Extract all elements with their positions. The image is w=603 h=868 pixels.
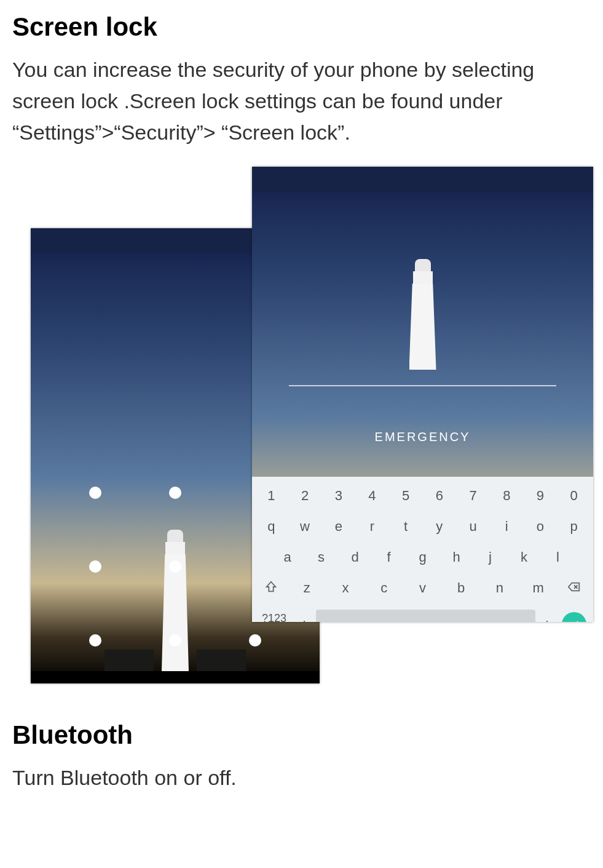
shift-icon xyxy=(264,580,278,597)
symbols-key[interactable]: ?123 xyxy=(256,607,293,622)
lighthouse-graphic xyxy=(408,259,438,370)
key-8[interactable]: 8 xyxy=(491,483,522,509)
on-screen-keyboard: 1 2 3 4 5 6 7 8 9 0 q w e r t y xyxy=(252,477,593,622)
key-q[interactable]: q xyxy=(256,514,287,540)
key-c[interactable]: c xyxy=(366,575,402,602)
password-input[interactable] xyxy=(289,385,556,386)
keyboard-row-mid: a s d f g h j k l xyxy=(256,544,589,570)
key-d[interactable]: d xyxy=(339,544,371,570)
key-o[interactable]: o xyxy=(525,514,556,540)
keyboard-row-bot: z x c v b n m xyxy=(256,575,589,602)
status-bar xyxy=(252,167,593,191)
key-p[interactable]: p xyxy=(558,514,589,540)
key-6[interactable]: 6 xyxy=(424,483,455,509)
screen-lock-heading: Screen lock xyxy=(12,12,591,42)
pattern-dot[interactable] xyxy=(89,634,101,647)
pattern-dot[interactable] xyxy=(89,560,101,573)
key-a[interactable]: a xyxy=(272,544,303,570)
keyboard-row-top: q w e r t y u i o p xyxy=(256,514,589,540)
key-v[interactable]: v xyxy=(404,575,441,602)
key-y[interactable]: y xyxy=(424,514,455,540)
key-i[interactable]: i xyxy=(491,514,522,540)
key-l[interactable]: l xyxy=(542,544,573,570)
key-x[interactable]: x xyxy=(328,575,364,602)
pattern-dot[interactable] xyxy=(169,560,181,573)
pattern-dot[interactable] xyxy=(169,634,181,647)
pattern-dot[interactable] xyxy=(169,487,181,499)
spacebar-key[interactable] xyxy=(316,610,535,622)
key-s[interactable]: s xyxy=(305,544,337,570)
keyboard-row-bottom: ?123 , . xyxy=(256,607,589,622)
backspace-icon xyxy=(567,580,581,597)
key-h[interactable]: h xyxy=(441,544,472,570)
checkmark-icon xyxy=(562,612,586,622)
backspace-key[interactable] xyxy=(559,575,589,602)
key-k[interactable]: k xyxy=(508,544,540,570)
pattern-dot[interactable] xyxy=(249,634,261,647)
screen-lock-screenshots: EMERGENCY EMERGENCY 1 2 3 4 5 6 xyxy=(12,167,591,702)
key-u[interactable]: u xyxy=(457,514,489,540)
key-4[interactable]: 4 xyxy=(357,483,388,509)
key-9[interactable]: 9 xyxy=(525,483,556,509)
key-0[interactable]: 0 xyxy=(558,483,589,509)
key-n[interactable]: n xyxy=(482,575,518,602)
bluetooth-description: Turn Bluetooth on or off. xyxy=(12,762,591,794)
period-key[interactable]: . xyxy=(538,607,556,622)
comma-key[interactable]: , xyxy=(295,607,313,622)
screen-lock-description: You can increase the security of your ph… xyxy=(12,54,591,148)
pattern-dot[interactable] xyxy=(89,487,101,499)
key-2[interactable]: 2 xyxy=(290,483,321,509)
enter-key[interactable] xyxy=(559,607,589,622)
key-g[interactable]: g xyxy=(407,544,438,570)
key-e[interactable]: e xyxy=(323,514,354,540)
key-t[interactable]: t xyxy=(390,514,422,540)
key-1[interactable]: 1 xyxy=(256,483,287,509)
key-w[interactable]: w xyxy=(290,514,321,540)
key-3[interactable]: 3 xyxy=(323,483,354,509)
bluetooth-heading: Bluetooth xyxy=(12,720,591,750)
emergency-button[interactable]: EMERGENCY xyxy=(252,430,593,444)
shift-key[interactable] xyxy=(256,575,286,602)
key-b[interactable]: b xyxy=(443,575,479,602)
building-graphic xyxy=(104,650,154,674)
key-5[interactable]: 5 xyxy=(390,483,422,509)
password-lock-screenshot: EMERGENCY 1 2 3 4 5 6 7 8 9 0 q w xyxy=(252,167,593,622)
key-r[interactable]: r xyxy=(357,514,388,540)
key-f[interactable]: f xyxy=(373,544,404,570)
keyboard-row-numbers: 1 2 3 4 5 6 7 8 9 0 xyxy=(256,483,589,509)
key-m[interactable]: m xyxy=(520,575,556,602)
building-graphic xyxy=(197,650,246,674)
key-7[interactable]: 7 xyxy=(457,483,489,509)
key-z[interactable]: z xyxy=(289,575,325,602)
key-j[interactable]: j xyxy=(475,544,506,570)
